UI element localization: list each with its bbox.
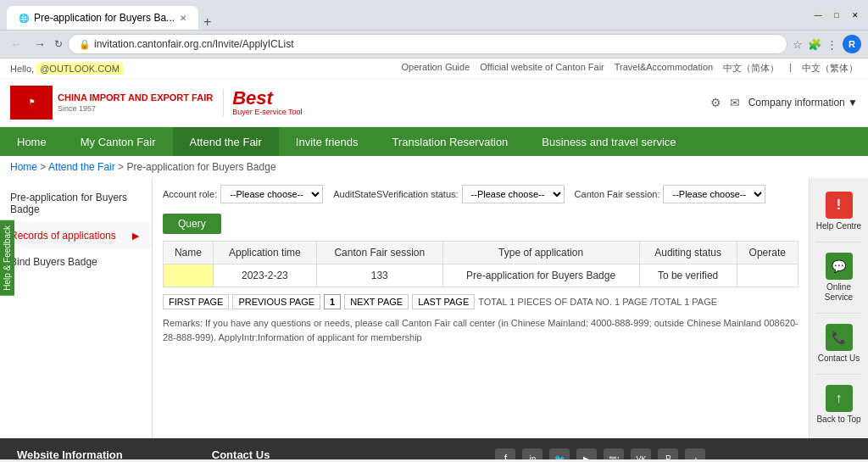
official-website-link[interactable]: Official website of Canton Fair: [480, 62, 604, 75]
tab-favicon: 🌐: [19, 14, 29, 23]
audit-state-select[interactable]: --Please choose--: [462, 185, 565, 203]
tab-close-button[interactable]: ✕: [180, 14, 186, 23]
logo-area: ⚑ CHINA IMPORT AND EXPORT FAIR Since 195…: [0, 79, 868, 127]
feedback-tab[interactable]: Help & Feedback: [0, 220, 14, 296]
breadcrumb-sep1: >: [40, 161, 48, 173]
contact-us-label: Contact Us: [818, 353, 860, 364]
company-info-text: Company information: [748, 97, 845, 109]
applications-table: Name Application time Canton Fair sessio…: [164, 242, 798, 287]
close-button[interactable]: ✕: [849, 9, 861, 21]
new-tab-button[interactable]: +: [198, 14, 216, 30]
online-service-icon: 💬: [826, 253, 853, 280]
back-to-top-item[interactable]: ↑ Back to Top: [810, 378, 868, 431]
next-page-button[interactable]: NEXT PAGE: [344, 294, 409, 309]
account-role-label: Account role:: [163, 189, 217, 199]
active-tab[interactable]: 🌐 Pre-application for Buyers Ba... ✕: [7, 6, 198, 30]
header-links: Operation Guide Official website of Cant…: [402, 62, 858, 75]
help-centre-item[interactable]: ! Help Centre: [810, 185, 868, 238]
last-page-button[interactable]: LAST PAGE: [412, 294, 475, 309]
sidebar-item-preapplication-label: Pre-application for Buyers Badge: [10, 192, 127, 215]
nav-attend-the-fair[interactable]: Attend the Fair: [173, 127, 279, 156]
nav-home[interactable]: Home: [0, 127, 64, 156]
footer-contact: Contact Us Canton Fair Call Centre: Onli…: [212, 448, 479, 459]
operation-guide-link[interactable]: Operation Guide: [402, 62, 470, 75]
chinese-simplified-link[interactable]: 中文（简体）: [723, 62, 779, 75]
menu-icon[interactable]: ⋮: [826, 38, 837, 51]
main-content: Pre-application for Buyers Badge Records…: [0, 178, 868, 438]
account-role-group: Account role: --Please choose--: [163, 185, 323, 203]
nav-business-travel[interactable]: Business and travel service: [525, 127, 693, 156]
sidebar-item-preapplication[interactable]: Pre-application for Buyers Badge: [0, 185, 152, 222]
footer: Website Information About Us Legal Infor…: [0, 438, 868, 459]
remarks: Remarks: If you have any questions or ne…: [163, 316, 798, 344]
canton-fair-select[interactable]: --Please choose--: [663, 185, 765, 203]
window-controls: — □ ✕: [812, 9, 861, 21]
address-bar: ← → ↻ 🔒 invitation.cantonfair.org.cn/Inv…: [0, 31, 868, 58]
footer-website-info: Website Information About Us Legal Infor…: [17, 448, 195, 459]
breadcrumb-current: Pre-application for Buyers Badge: [126, 161, 275, 173]
breadcrumb: Home > Attend the Fair > Pre-application…: [0, 156, 868, 178]
contact-us-item[interactable]: 📞 Contact Us: [810, 317, 868, 370]
sidebar-item-bind[interactable]: Bind Buyers Badge: [0, 249, 152, 275]
mail-icon[interactable]: ✉: [730, 96, 740, 109]
back-button[interactable]: ←: [7, 36, 25, 53]
nav-my-canton-fair[interactable]: My Canton Fair: [64, 127, 173, 156]
divider-1: [815, 242, 862, 242]
page-info: TOTAL 1 PIECES OF DATA NO. 1 PAGE /TOTAL…: [478, 297, 717, 307]
logo-emblem: ⚑: [10, 86, 53, 120]
youtube-icon[interactable]: ▶: [576, 448, 597, 459]
online-service-item[interactable]: 💬 Online Service: [810, 246, 868, 309]
cell-type: Pre-application for Buyers Badge: [442, 264, 639, 287]
forward-button[interactable]: →: [31, 36, 49, 53]
tab-bar: 🌐 Pre-application for Buyers Ba... ✕ +: [7, 0, 216, 30]
breadcrumb-home[interactable]: Home: [10, 161, 37, 173]
best-logo: Best Buyer E-service Tool: [223, 89, 302, 116]
help-centre-label: Help Centre: [816, 221, 861, 231]
col-app-time: Application time: [213, 242, 316, 264]
online-service-label: Online Service: [813, 282, 865, 303]
linkedin-icon[interactable]: in: [522, 448, 542, 459]
cell-operate: [737, 264, 798, 287]
profile-button[interactable]: R: [843, 35, 861, 53]
cell-name: [164, 264, 213, 287]
sidebar: Pre-application for Buyers Badge Records…: [0, 178, 153, 438]
lang-divider: |: [789, 62, 792, 75]
query-button[interactable]: Query: [163, 214, 221, 234]
canton-fair-group: Canton Fair session: --Please choose--: [575, 185, 766, 203]
refresh-button[interactable]: ↻: [54, 38, 63, 50]
site-header: Hello, @OUTLOOK.COM Operation Guide Offi…: [0, 58, 868, 79]
settings-icon[interactable]: ⚙: [710, 96, 721, 109]
current-page: 1: [324, 294, 341, 309]
company-info-link[interactable]: Company information ▼: [748, 97, 858, 109]
tiktok-icon[interactable]: ♪: [685, 448, 705, 459]
extensions-icon[interactable]: 🧩: [808, 38, 821, 51]
bookmark-icon[interactable]: ☆: [793, 38, 803, 51]
col-session: Canton Fair session: [316, 242, 442, 264]
logo-text-block: CHINA IMPORT AND EXPORT FAIR Since 1957: [58, 92, 213, 112]
minimize-button[interactable]: —: [812, 9, 824, 21]
breadcrumb-attend[interactable]: Attend the Fair: [48, 161, 115, 173]
account-role-select[interactable]: --Please choose--: [220, 185, 323, 203]
divider-2: [815, 313, 862, 314]
facebook-icon[interactable]: f: [495, 448, 515, 459]
url-text: invitation.cantonfair.org.cn/Invite/Appl…: [94, 38, 776, 50]
footer-contact-title: Contact Us: [212, 448, 479, 459]
maximize-button[interactable]: □: [831, 9, 843, 21]
sidebar-arrow-icon: ►: [130, 229, 142, 242]
first-page-button[interactable]: FIRST PAGE: [163, 294, 229, 309]
chinese-traditional-link[interactable]: 中文（繁体）: [802, 62, 858, 75]
prev-page-button[interactable]: PREVIOUS PAGE: [232, 294, 320, 309]
audit-state-label: AuditStateSVerification status:: [333, 189, 458, 199]
pinterest-icon[interactable]: P: [658, 448, 678, 459]
vk-icon[interactable]: VK: [631, 448, 651, 459]
sidebar-item-records[interactable]: Records of applications ►: [0, 222, 152, 249]
instagram-icon[interactable]: 📷: [604, 448, 624, 459]
nav-invite-friends[interactable]: Invite friends: [279, 127, 376, 156]
travel-accommodation-link[interactable]: Travel&Accommodation: [615, 62, 713, 75]
social-icons-row: f in 🐦 ▶ 📷 VK P ♪: [495, 448, 851, 459]
nav-translation[interactable]: Translation Reservation: [376, 127, 526, 156]
applications-table-container: Name Application time Canton Fair sessio…: [163, 241, 798, 287]
url-bar[interactable]: 🔒 invitation.cantonfair.org.cn/Invite/Ap…: [68, 34, 787, 54]
best-logo-main: Best: [232, 89, 302, 108]
twitter-icon[interactable]: 🐦: [549, 448, 570, 459]
